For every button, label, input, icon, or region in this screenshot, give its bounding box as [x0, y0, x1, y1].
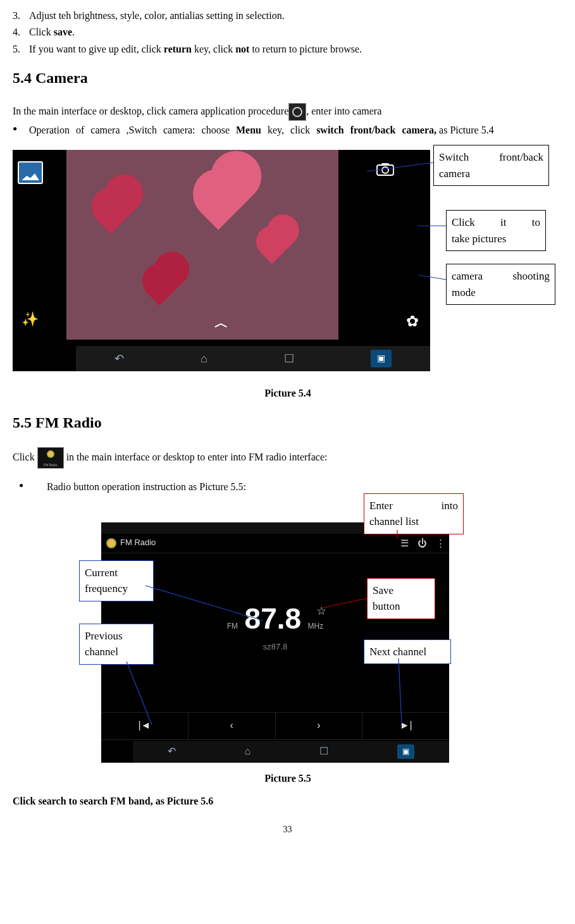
- text: in the main interface or desktop to ente…: [66, 452, 328, 462]
- camera-app-icon: [288, 103, 306, 121]
- callout-shooting-mode: camerashooting mode: [446, 264, 555, 305]
- camera-screenshot: ✨ ︿ ✿ ↶ ⌂: [13, 150, 430, 371]
- more-icon[interactable]: ⋮: [436, 536, 445, 550]
- recents-nav-icon[interactable]: ☐: [284, 351, 294, 367]
- seek-up-button[interactable]: ›: [276, 713, 363, 739]
- caption-picture-5-5: Picture 5.5: [13, 772, 563, 785]
- callout-current-frequency: Currentfrequency: [79, 560, 154, 601]
- switch-camera-icon[interactable]: [376, 161, 395, 183]
- text: key, click: [261, 125, 316, 135]
- android-navbar: ↶ ⌂ ☐ ▣: [76, 346, 430, 371]
- step-number: 3.: [13, 9, 29, 23]
- expand-icon[interactable]: ︿: [214, 314, 228, 333]
- step-text: Adjust teh brightness, style, color, ant…: [29, 9, 562, 23]
- heading-camera: 5.4 Camera: [13, 68, 562, 89]
- channel-list-icon[interactable]: ☰: [400, 536, 409, 550]
- search-instruction: Click search to search FM band, as Pictu…: [13, 794, 562, 808]
- camera-viewfinder: [66, 150, 338, 340]
- bold-text: return: [164, 44, 192, 54]
- step-number: 4.: [13, 25, 29, 39]
- screenshot-nav-icon[interactable]: ▣: [397, 744, 414, 759]
- text: , enter into camera: [306, 105, 381, 116]
- text: If you want to give up edit, click: [29, 44, 164, 54]
- fm-intro: Click in the main interface or desktop t…: [13, 447, 562, 469]
- text: to return to picture browse.: [249, 44, 362, 54]
- page-number: 33: [13, 823, 562, 836]
- android-navbar: ↶ ⌂ ☐ ▣: [133, 741, 449, 763]
- gallery-thumbnail-button[interactable]: [18, 161, 43, 184]
- callout-previous-channel: Previouschannel: [79, 624, 154, 665]
- callout-next-channel: Next channel: [364, 639, 451, 665]
- recents-nav-icon[interactable]: ☐: [319, 744, 328, 758]
- prev-channel-button[interactable]: |◄: [101, 713, 189, 739]
- fm-radio-app-icon: [37, 447, 64, 469]
- fm-title: FM Radio: [120, 537, 156, 548]
- fm-unit-label: MHz: [308, 621, 324, 632]
- bullet-icon: ●: [13, 123, 29, 134]
- step-text: Click save.: [29, 25, 562, 39]
- bold-text: not: [235, 44, 249, 54]
- save-favorite-icon[interactable]: ☆: [316, 603, 326, 619]
- effects-button[interactable]: ✨: [22, 310, 39, 330]
- bullet-text: Operation of camera ,Switch camera: choo…: [29, 123, 562, 137]
- home-nav-icon[interactable]: ⌂: [245, 744, 251, 758]
- caption-picture-5-4: Picture 5.4: [13, 386, 563, 400]
- seek-down-button[interactable]: ‹: [189, 713, 276, 739]
- callout-channel-list: Enterinto channel list: [364, 493, 464, 534]
- fm-frequency-value: 87.8: [245, 598, 302, 639]
- bold-text: switch front/back camera,: [316, 125, 436, 135]
- step-3: 3. Adjust teh brightness, style, color, …: [13, 9, 562, 23]
- fm-controls: |◄ ‹ › ►|: [101, 712, 449, 740]
- fm-band-label: FM: [227, 621, 238, 632]
- heading-fm-radio: 5.5 FM Radio: [13, 412, 562, 434]
- home-nav-icon[interactable]: ⌂: [201, 351, 207, 367]
- callout-switch-camera: Switchfront/back camera: [433, 145, 549, 186]
- callout-save-button: Savebutton: [367, 578, 435, 619]
- text: .: [72, 27, 75, 37]
- step-text: If you want to give up edit, click retur…: [29, 42, 562, 56]
- bullet-icon: ●: [13, 480, 35, 491]
- next-channel-button[interactable]: ►|: [362, 713, 449, 739]
- bullet-text: Radio button operation instruction as Pi…: [35, 480, 246, 494]
- text: Click: [29, 27, 54, 37]
- callout-take-picture: Clickitto take pictures: [446, 210, 546, 251]
- bold-text: Menu: [236, 125, 261, 135]
- text: as Picture 5.4: [436, 125, 494, 135]
- text: In the main interface or desktop, click …: [13, 105, 288, 116]
- text: Operation of camera ,Switch camera: choo…: [29, 125, 236, 135]
- camera-operation-bullet: ● Operation of camera ,Switch camera: ch…: [13, 123, 562, 137]
- svg-point-1: [382, 167, 388, 173]
- text: key, click: [192, 44, 235, 54]
- back-nav-icon[interactable]: ↶: [168, 744, 176, 758]
- fm-titlebar: FM Radio: [101, 534, 449, 553]
- back-nav-icon[interactable]: ↶: [114, 351, 124, 367]
- step-4: 4. Click save.: [13, 25, 562, 39]
- fm-operation-bullet: ● Radio button operation instruction as …: [13, 480, 562, 494]
- bold-text: save: [54, 27, 72, 37]
- step-number: 5.: [13, 42, 29, 56]
- step-5: 5. If you want to give up edit, click re…: [13, 42, 562, 56]
- fm-dial-icon: [106, 538, 116, 548]
- screenshot-nav-icon[interactable]: ▣: [371, 350, 392, 367]
- power-icon[interactable]: ⏻: [417, 536, 427, 550]
- settings-gear-icon[interactable]: ✿: [406, 311, 419, 333]
- text: Click: [13, 452, 37, 462]
- camera-intro: In the main interface or desktop, click …: [13, 103, 562, 121]
